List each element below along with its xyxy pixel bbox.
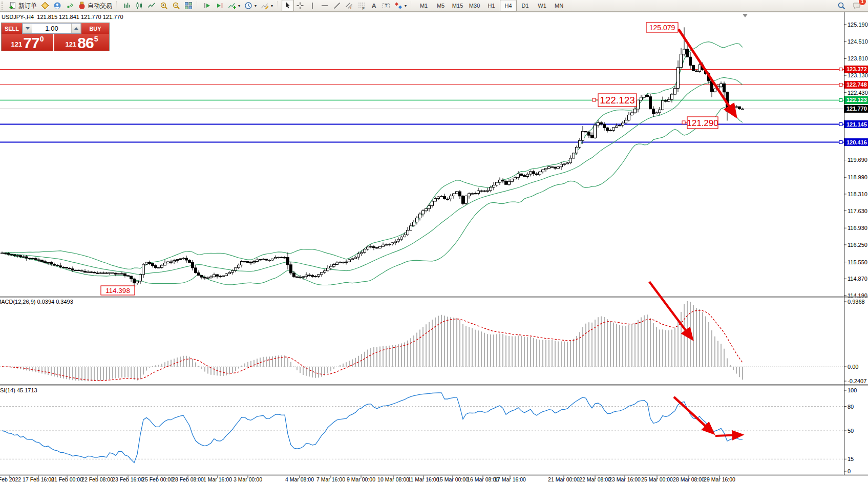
timeframe-w1-button[interactable]: W1 xyxy=(534,0,551,12)
indicator-add-icon xyxy=(228,2,236,10)
svg-text:T: T xyxy=(385,3,388,8)
price-axis-label: 119.690 xyxy=(848,157,867,163)
timeframe-h4-button[interactable]: H4 xyxy=(500,0,517,12)
community-button[interactable] xyxy=(51,0,63,12)
templates-button[interactable]: ▾ xyxy=(259,0,275,12)
price-axis-label: 117.630 xyxy=(848,208,867,214)
indicators-button[interactable]: ▾ xyxy=(226,0,242,12)
time-axis-label: 4 Mar 08:00 xyxy=(285,476,314,482)
time-axis-label: 7 Mar 16:00 xyxy=(316,476,345,482)
price-axis-label: 115.550 xyxy=(848,259,867,265)
candlestick-chart-button[interactable] xyxy=(133,0,145,12)
timeframe-mn-button[interactable]: MN xyxy=(551,0,567,12)
price-badge-label: 121.770 xyxy=(846,106,867,112)
cursor-tool-button[interactable] xyxy=(282,0,294,12)
tile-windows-button[interactable] xyxy=(182,0,195,12)
new-order-icon xyxy=(9,2,17,10)
toolbar-separator xyxy=(116,2,119,10)
rsi-axis-label: 15 xyxy=(848,456,854,462)
signals-button[interactable] xyxy=(63,0,76,12)
zoom-in-button[interactable] xyxy=(158,0,170,12)
vertical-line-tool-button[interactable] xyxy=(306,0,319,12)
text-label-icon: T xyxy=(382,2,390,10)
buy-button[interactable]: BUY xyxy=(81,23,109,34)
community-icon xyxy=(53,2,61,10)
macd-axis-label: -0.2407 xyxy=(848,378,866,384)
trendline-icon xyxy=(333,2,341,10)
crosshair-icon xyxy=(296,2,304,10)
buy-price[interactable]: 121865 xyxy=(54,34,109,51)
svg-text:A: A xyxy=(372,2,377,10)
annotation-handle[interactable] xyxy=(682,121,685,124)
toolbar-grip xyxy=(2,2,5,10)
chevron-down-icon: ▾ xyxy=(255,4,257,8)
time-axis-label: 17 Feb 16:00 xyxy=(23,476,54,482)
text-label-tool-button[interactable]: T xyxy=(380,0,392,12)
volume-box xyxy=(22,23,81,34)
tile-icon xyxy=(184,2,193,10)
channel-tool-button[interactable]: E xyxy=(343,0,355,12)
rsi-axis-label: 0 xyxy=(848,468,851,474)
chart-shift-button[interactable] xyxy=(214,0,226,12)
price-annotation-label: 125.079 xyxy=(649,24,675,32)
time-axis-label: 23 Mar 16:00 xyxy=(609,476,641,482)
trend-arrow[interactable] xyxy=(715,435,742,436)
fibonacci-tool-button[interactable]: F xyxy=(355,0,368,12)
candles-icon xyxy=(135,2,143,10)
crosshair-tool-button[interactable] xyxy=(294,0,306,12)
arrows-icon xyxy=(394,2,403,10)
price-badge-label: 120.416 xyxy=(846,139,867,145)
line-handle[interactable] xyxy=(839,83,842,86)
timeframe-m1-button[interactable]: M1 xyxy=(415,0,432,12)
time-axis-label: 11 Mar 16:00 xyxy=(408,476,439,482)
time-axis-label: 25 Feb 00:00 xyxy=(142,476,174,482)
volume-input[interactable] xyxy=(32,24,71,33)
buy-price-big: 86 xyxy=(77,35,93,50)
annotation-handle[interactable] xyxy=(592,98,596,101)
price-badge-label: 122.123 xyxy=(846,97,867,103)
clock-icon xyxy=(244,2,252,10)
chevron-down-icon: ▾ xyxy=(271,4,273,8)
arrows-tool-button[interactable]: ▾ xyxy=(392,0,409,12)
macd-axis-label: 0.9368 xyxy=(848,299,865,305)
line-handle[interactable] xyxy=(839,98,842,101)
bar-chart-button[interactable] xyxy=(121,0,133,12)
quick-deposit-button[interactable] xyxy=(39,0,51,12)
line-handle[interactable] xyxy=(839,123,842,126)
rsi-indicator-label: RSI(14) 45.1713 xyxy=(0,387,37,393)
rsi-axis-label: 80 xyxy=(848,404,854,410)
periods-button[interactable]: ▾ xyxy=(242,0,259,12)
chevron-down-icon: ▾ xyxy=(405,4,407,8)
horizontal-line-tool-button[interactable] xyxy=(319,0,331,12)
chart-canvas[interactable]: 125.190124.510123.810123.130122.430119.6… xyxy=(0,12,868,483)
triangle-up-icon xyxy=(74,27,78,30)
trendline-tool-button[interactable] xyxy=(331,0,343,12)
timeframe-d1-button[interactable]: D1 xyxy=(517,0,534,12)
timeframe-h1-button[interactable]: H1 xyxy=(483,0,500,12)
sell-button[interactable]: SELL xyxy=(2,23,22,34)
zoom-out-button[interactable] xyxy=(170,0,182,12)
volume-increase-button[interactable] xyxy=(71,24,81,33)
volume-decrease-button[interactable] xyxy=(23,24,32,33)
time-axis-label: 25 Mar 00:00 xyxy=(641,476,673,482)
timeframe-m5-button[interactable]: M5 xyxy=(432,0,449,12)
timeframe-m30-button[interactable]: M30 xyxy=(466,0,483,12)
text-tool-button[interactable]: A xyxy=(368,0,380,12)
line-chart-button[interactable] xyxy=(145,0,158,12)
time-axis-label: 9 Mar 00:00 xyxy=(347,476,375,482)
macd-indicator-label: MACD(12,26,9) 0.0394 0.3493 xyxy=(0,299,73,305)
timeframe-m15-button[interactable]: M15 xyxy=(449,0,466,12)
line-handle[interactable] xyxy=(839,68,842,71)
buy-price-base: 121 xyxy=(66,40,77,48)
autotrading-button[interactable]: 自动交易 xyxy=(76,0,114,12)
time-axis-label: 1 Mar 16:00 xyxy=(203,476,232,482)
auto-scroll-button[interactable] xyxy=(201,0,214,12)
price-annotation-label: 122.123 xyxy=(600,95,635,106)
fibonacci-icon: F xyxy=(357,2,366,10)
search-button[interactable] xyxy=(835,0,848,12)
line-handle[interactable] xyxy=(839,141,842,144)
time-axis-label: 21 Feb 00:00 xyxy=(51,476,83,482)
price-badge-label: 123.372 xyxy=(846,66,867,72)
sell-price[interactable]: 121770 xyxy=(2,34,53,51)
new-order-button[interactable]: 新订单 xyxy=(7,0,39,12)
